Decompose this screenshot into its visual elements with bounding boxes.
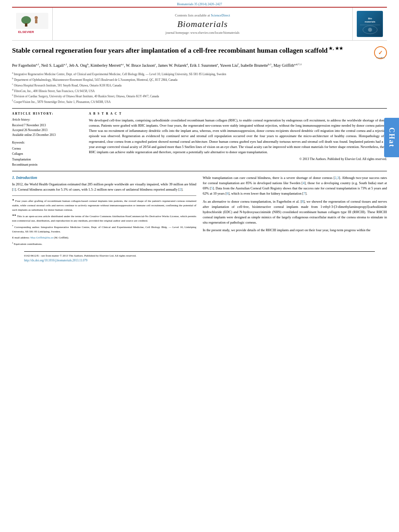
article-info-col: Article history: Article history: Receiv… bbox=[12, 112, 82, 168]
affiliation-a: a Integrative Regenerative Medicine Cent… bbox=[12, 71, 387, 76]
copyright-notice: © 2013 The Authors. Published by Elsevie… bbox=[89, 157, 387, 161]
svg-rect-2 bbox=[25, 23, 27, 27]
chat-button[interactable]: CHat bbox=[384, 118, 399, 157]
footnote-corresponding: * Corresponding author. Integrative Rege… bbox=[12, 224, 196, 234]
bottom-bar: 0142-9612/$ – see front matter © 2013 Th… bbox=[24, 251, 375, 257]
affiliation-c: c Ottawa Hospital Research Institute, 50… bbox=[12, 82, 387, 88]
ref7-link[interactable]: 7 bbox=[304, 191, 305, 195]
ref4-link[interactable]: 4 bbox=[303, 181, 304, 185]
affiliation-b: b Department of Ophthalmology, Maisonneu… bbox=[12, 77, 387, 82]
svg-text:Bio: Bio bbox=[368, 17, 372, 20]
article-history-label: Article history: bbox=[12, 118, 82, 121]
page: Biomaterials 35 (2014) 2420–2427 ELSEVIE… bbox=[0, 0, 399, 532]
footnote-email: E-mail address: May.Griffith@liu.se (M. … bbox=[12, 236, 196, 240]
email-link[interactable]: May.Griffith@liu.se bbox=[31, 236, 53, 239]
title-stars: ★, ★★ bbox=[328, 46, 343, 51]
journal-header: ELSEVIER Contents lists available at Sci… bbox=[12, 7, 387, 41]
journal-title-area: Contents lists available at ScienceDirec… bbox=[53, 8, 352, 40]
header-divider bbox=[12, 108, 387, 109]
ref6-link[interactable]: 6 bbox=[226, 191, 228, 195]
svg-text:ELSEVIER: ELSEVIER bbox=[18, 30, 34, 34]
intro-para-1: In 2012, the World Health Organization e… bbox=[12, 182, 196, 192]
available-online-date: Available online 25 December 2013 bbox=[12, 133, 82, 138]
ref8-link[interactable]: 8 bbox=[302, 199, 303, 203]
svg-point-11 bbox=[368, 28, 372, 32]
ref5-link[interactable]: 5 bbox=[211, 186, 213, 190]
footnote-equiv: 1 Equivalent contributions. bbox=[12, 241, 196, 246]
elsevier-logo-icon: ELSEVIER bbox=[16, 13, 48, 35]
ref3-link[interactable]: 3 bbox=[337, 176, 339, 180]
keyword-cornea: Cornea bbox=[12, 146, 82, 152]
intro-para-2: While transplantation can cure corneal b… bbox=[203, 175, 387, 197]
received-date: Received 7 November 2013 bbox=[12, 123, 82, 128]
sciencedirect-notice: Contents lists available at ScienceDirec… bbox=[175, 13, 230, 17]
authors-line: Per Fagerholma,1, Neil S. Lagalia,1, Jeb… bbox=[12, 62, 387, 69]
accepted-date: Accepted 26 November 2013 bbox=[12, 128, 82, 133]
journal-homepage-url: journal homepage: www.elsevier.com/locat… bbox=[166, 31, 240, 35]
svg-point-1 bbox=[21, 16, 31, 24]
keywords-label: Keywords: bbox=[12, 141, 82, 144]
keyword-collagen: Collagen bbox=[12, 151, 82, 157]
intro-para-4: In the present study, we provide details… bbox=[203, 228, 387, 233]
crossmark-icon: ✓ CrossMark bbox=[374, 46, 387, 59]
doi-area: http://dx.doi.org/10.1016/j.biomaterials… bbox=[24, 258, 375, 262]
footnote-star2: ★★ This is an open-access article distri… bbox=[12, 214, 196, 223]
doi-link[interactable]: http://dx.doi.org/10.1016/j.biomaterials… bbox=[24, 259, 87, 262]
journal-title: Biomaterials bbox=[177, 19, 228, 29]
section1-title: 1. Introduction bbox=[12, 175, 196, 180]
issn-text: 0142-9612/$ – see front matter © 2013 Th… bbox=[24, 254, 136, 257]
footnotes-area: ★ Four years after grafting of recombina… bbox=[12, 195, 196, 246]
sciencedirect-link[interactable]: ScienceDirect bbox=[211, 13, 230, 17]
ref2-link[interactable]: 2 bbox=[179, 187, 181, 191]
journal-badge-area: Bio materials bbox=[352, 8, 387, 40]
footnote-star1: ★ Four years after grafting of recombina… bbox=[12, 198, 196, 212]
svg-rect-0 bbox=[16, 13, 48, 29]
article-body: 1. Introduction In 2012, the World Healt… bbox=[12, 175, 387, 248]
article-content: Stable corneal regeneration four years a… bbox=[12, 41, 387, 262]
abstract-col: A B S T R A C T We developed cell-free i… bbox=[89, 112, 387, 168]
body-right-col: While transplantation can cure corneal b… bbox=[203, 175, 387, 248]
keyword-recombinant: Recombinant protein bbox=[12, 162, 82, 168]
ref1-link[interactable]: 1 bbox=[13, 187, 15, 191]
keyword-transplantation: Transplantation bbox=[12, 157, 82, 162]
svg-text:CrossMark: CrossMark bbox=[376, 57, 385, 59]
article-title-area: Stable corneal regeneration four years a… bbox=[12, 45, 387, 59]
biomaterials-badge: Bio materials bbox=[357, 11, 383, 37]
article-info-header: Article history: bbox=[12, 112, 82, 115]
abstract-body: We developed cell-free implants, compris… bbox=[89, 118, 387, 155]
ref2b-link[interactable]: 2 bbox=[335, 176, 336, 180]
badge-image: Bio materials bbox=[358, 12, 382, 36]
body-two-col: 1. Introduction In 2012, the World Healt… bbox=[12, 175, 387, 248]
article-info-abstract-section: Article history: Article history: Receiv… bbox=[12, 112, 387, 168]
body-divider bbox=[12, 171, 387, 171]
svg-rect-6 bbox=[358, 12, 382, 36]
article-title-text: Stable corneal regeneration four years a… bbox=[12, 45, 371, 55]
abstract-header: A B S T R A C T bbox=[89, 112, 387, 115]
elsevier-logo-area: ELSEVIER bbox=[12, 8, 53, 40]
intro-para-3: As an alternative to donor cornea transp… bbox=[203, 199, 387, 226]
svg-text:materials: materials bbox=[364, 21, 375, 23]
journal-reference-bar: Biomaterials 35 (2014) 2420–2427 bbox=[0, 0, 399, 7]
svg-rect-4 bbox=[35, 19, 37, 23]
body-left-col: 1. Introduction In 2012, the World Healt… bbox=[12, 175, 196, 248]
crossmark-logo-icon: ✓ CrossMark bbox=[374, 46, 387, 59]
journal-ref-text: Biomaterials 35 (2014) 2420–2427 bbox=[177, 2, 222, 6]
affiliation-f: f CooperVision Inc., 5870 Stoneridge Dri… bbox=[12, 99, 387, 104]
affiliations-list: a Integrative Regenerative Medicine Cent… bbox=[12, 71, 387, 104]
affiliation-d: d FibroCon, Inc., 400 Illinois Street, S… bbox=[12, 88, 387, 93]
svg-text:✓: ✓ bbox=[378, 49, 383, 56]
svg-point-3 bbox=[35, 16, 38, 19]
affiliation-e: e Division of Cardiac Surgery, Universit… bbox=[12, 93, 387, 99]
